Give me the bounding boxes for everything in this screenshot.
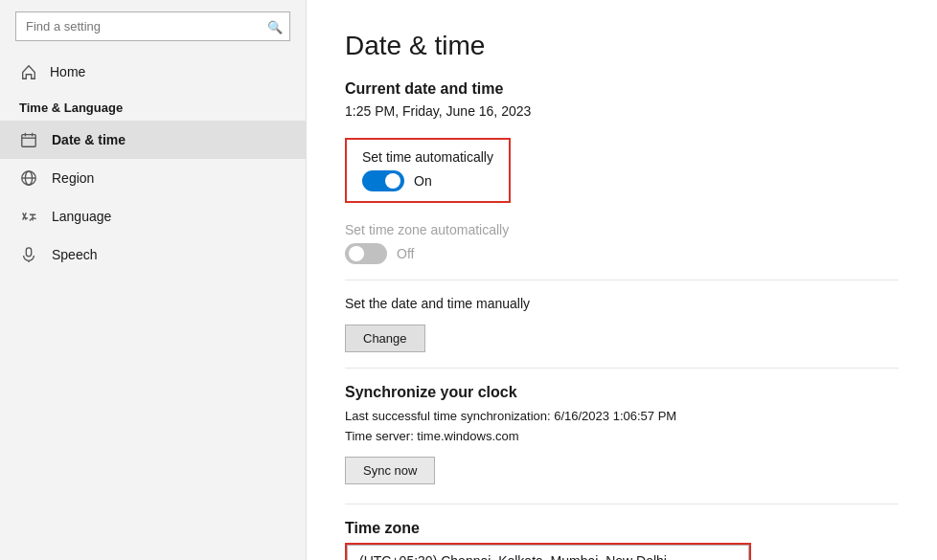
set-time-auto-label: Set time automatically xyxy=(362,149,493,165)
set-time-auto-box: Set time automatically On xyxy=(345,138,511,203)
svg-rect-0 xyxy=(22,135,35,147)
sidebar-item-region[interactable]: Region xyxy=(0,159,306,197)
page-title: Date & time xyxy=(345,31,899,61)
set-time-auto-row: On xyxy=(362,170,493,191)
timezone-dropdown[interactable]: (UTC+05:30) Chennai, Kolkata, Mumbai, Ne… xyxy=(347,545,749,560)
toggle-knob xyxy=(385,173,400,189)
sync-server-line: Time server: time.windows.com xyxy=(345,427,899,447)
svg-rect-7 xyxy=(26,248,31,257)
chevron-down-icon: ⌄ xyxy=(727,554,737,560)
sidebar-item-language[interactable]: Language xyxy=(0,197,306,235)
search-icon: 🔍 xyxy=(267,19,283,34)
manual-section: Set the date and time manually Change xyxy=(345,296,899,352)
region-icon xyxy=(19,168,38,188)
search-container: 🔍 xyxy=(15,11,290,41)
sync-last: Last successful time synchronization: 6/… xyxy=(345,407,899,447)
set-timezone-auto-toggle[interactable] xyxy=(345,243,387,264)
sidebar-item-speech[interactable]: Speech xyxy=(0,235,306,274)
sync-title: Synchronize your clock xyxy=(345,384,899,401)
sync-section: Synchronize your clock Last successful t… xyxy=(345,384,899,484)
set-timezone-toggle-row: Off xyxy=(345,243,899,264)
sidebar-item-label-speech: Speech xyxy=(52,247,97,262)
timezone-label: Time zone xyxy=(345,520,899,537)
sync-last-line: Last successful time synchronization: 6/… xyxy=(345,407,899,427)
main-content: Date & time Current date and time 1:25 P… xyxy=(307,0,937,560)
set-time-auto-state: On xyxy=(414,173,432,189)
sidebar-item-date-time[interactable]: Date & time xyxy=(0,121,306,159)
timezone-value: (UTC+05:30) Chennai, Kolkata, Mumbai, Ne… xyxy=(359,553,667,560)
timezone-section: Time zone (UTC+05:30) Chennai, Kolkata, … xyxy=(345,520,899,560)
divider-2 xyxy=(345,368,899,369)
home-icon xyxy=(19,62,38,81)
sidebar-item-label-region: Region xyxy=(52,170,94,186)
set-timezone-auto-label: Set time zone automatically xyxy=(345,222,899,237)
timezone-toggle-knob xyxy=(349,246,364,261)
sidebar-item-home[interactable]: Home xyxy=(0,53,306,91)
divider-3 xyxy=(345,504,899,504)
set-timezone-auto-row: Set time zone automatically Off xyxy=(345,222,899,264)
date-time-icon xyxy=(19,130,38,149)
sidebar: 🔍 Home Time & Language Date & time xyxy=(0,0,307,560)
sidebar-item-label-language: Language xyxy=(52,209,111,224)
sync-now-button[interactable]: Sync now xyxy=(345,457,435,484)
manual-label: Set the date and time manually xyxy=(345,296,899,311)
divider-1 xyxy=(345,280,899,280)
sidebar-section-title: Time & Language xyxy=(0,91,306,121)
home-label: Home xyxy=(50,64,85,79)
language-icon xyxy=(19,207,38,226)
set-time-auto-toggle[interactable] xyxy=(362,170,404,191)
current-section-title: Current date and time xyxy=(345,80,899,98)
set-timezone-auto-state: Off xyxy=(397,246,414,261)
change-button[interactable]: Change xyxy=(345,325,425,352)
current-time-value: 1:25 PM, Friday, June 16, 2023 xyxy=(345,103,899,119)
speech-icon xyxy=(19,245,38,264)
sidebar-item-label-date-time: Date & time xyxy=(52,132,126,147)
search-input[interactable] xyxy=(15,11,290,41)
timezone-dropdown-wrap: (UTC+05:30) Chennai, Kolkata, Mumbai, Ne… xyxy=(345,543,751,560)
